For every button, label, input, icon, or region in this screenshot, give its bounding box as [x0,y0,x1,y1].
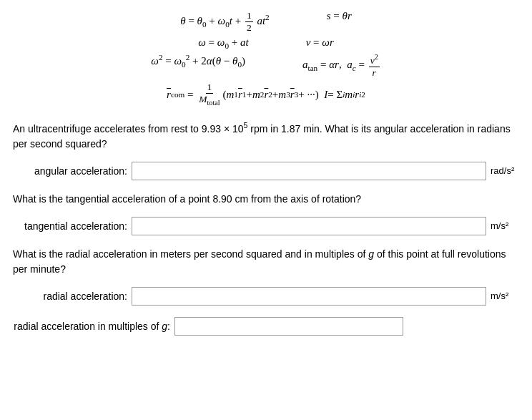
angular-acceleration-row: angular acceleration: rad/s² [13,162,519,180]
formulas-section: θ = θ0 + ω0t + 1 2 at2 s = θr ω = ω0 + a… [13,7,519,114]
radial-acceleration-unit: m/s² [491,290,519,301]
tangential-acceleration-unit: m/s² [491,220,519,231]
radial-g-input[interactable] [174,317,403,336]
angular-acceleration-label: angular acceleration: [13,165,127,177]
formula-v: v = ωr [306,36,334,50]
formula-row-4: rcom = 1 Mtotal (m1r1 + m2r2 + m3r3 + ··… [13,82,519,107]
tangential-acceleration-label: tangential acceleration: [13,220,127,232]
problem1-text: An ultracentrifuge accelerates from rest… [13,120,519,152]
formula-atan-ac: atan = αr, ac = v2 r [302,53,381,79]
radial-acceleration-input[interactable] [132,287,486,306]
formula-row-3: ω2 = ω02 + 2α(θ − θ0) atan = αr, ac = v2… [13,53,519,79]
formula-row-1: θ = θ0 + ω0t + 1 2 at2 s = θr [13,10,519,34]
formula-theta: θ = θ0 + ω0t + 1 2 at2 [180,10,269,34]
formula-omega: ω = ω0 + at [198,36,248,50]
question2-text: What is the tangential acceleration of a… [13,192,519,207]
radial-acceleration-label: radial acceleration: [13,290,127,302]
radial-g-label: radial acceleration in multiples of g: [13,321,170,332]
question3-text: What is the radial acceleration in meter… [13,247,519,277]
formula-s: s = θr [327,10,352,34]
angular-acceleration-input[interactable] [132,162,486,180]
formula-omega-sq: ω2 = ω02 + 2α(θ − θ0) [151,53,245,79]
formula-row-2: ω = ω0 + at v = ωr [13,36,519,50]
radial-g-row: radial acceleration in multiples of g: [13,317,519,336]
radial-acceleration-row: radial acceleration: m/s² [13,287,519,306]
tangential-acceleration-input[interactable] [132,217,486,235]
formula-rcom: rcom = 1 Mtotal (m1r1 + m2r2 + m3r3 + ··… [167,82,365,107]
angular-acceleration-unit: rad/s² [491,165,519,176]
tangential-acceleration-row: tangential acceleration: m/s² [13,217,519,235]
